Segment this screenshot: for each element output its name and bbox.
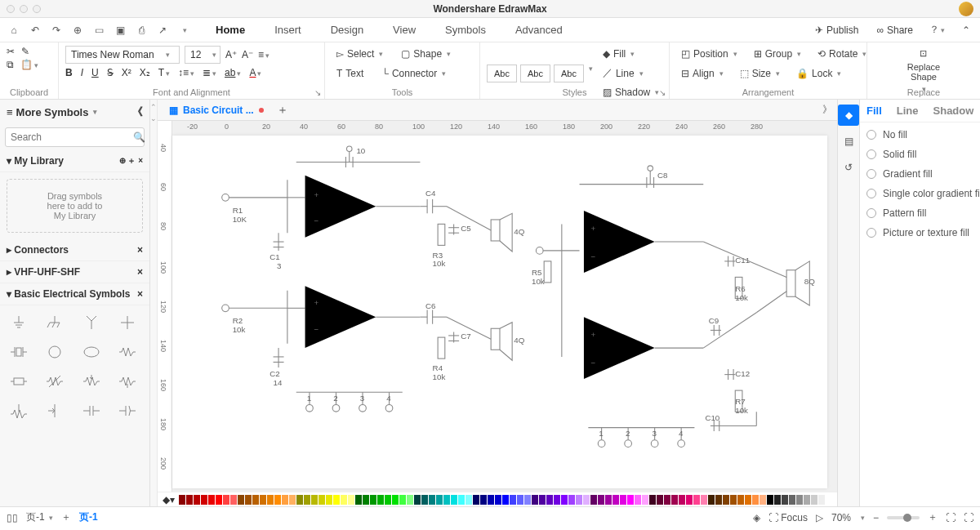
color-swatch[interactable]: [186, 495, 193, 505]
color-swatch[interactable]: [568, 495, 575, 505]
color-swatch[interactable]: [605, 495, 612, 505]
print-icon[interactable]: ⎙: [131, 20, 152, 41]
color-swatch[interactable]: [510, 495, 516, 505]
color-swatch[interactable]: [260, 495, 266, 505]
help-icon[interactable]: ？▾: [926, 20, 947, 41]
shape-tool[interactable]: ▢ Shape▾: [396, 46, 456, 62]
tab-symbols[interactable]: Symbols: [430, 18, 501, 42]
color-swatch[interactable]: [458, 495, 465, 505]
color-swatch[interactable]: [436, 495, 443, 505]
open-icon[interactable]: ▭: [88, 20, 109, 41]
color-swatch[interactable]: [701, 495, 707, 505]
symbol-capacitor[interactable]: [78, 399, 105, 423]
color-swatch[interactable]: [488, 495, 494, 505]
paste-icon[interactable]: 📋▾: [20, 59, 38, 70]
tab-overflow-icon[interactable]: 》: [822, 103, 832, 117]
focus-button[interactable]: ⛶ Focus: [768, 512, 808, 523]
redo-icon[interactable]: ↷: [46, 20, 67, 41]
color-swatch[interactable]: [671, 495, 678, 505]
fill-option-gradient[interactable]: Gradient fill: [866, 168, 980, 180]
symbol-ellipse[interactable]: [78, 340, 105, 364]
page-tool-icon[interactable]: ▤: [838, 131, 859, 152]
symbol-crystal[interactable]: [5, 340, 33, 364]
drawing-canvas[interactable]: 10 R110K +− C13 R210k +−: [172, 136, 827, 488]
select-tool[interactable]: ▻ Select▾: [332, 46, 388, 62]
color-swatch[interactable]: [693, 495, 700, 505]
font-family-select[interactable]: Times New Roman▾: [65, 46, 180, 64]
group-button[interactable]: ⊞ Group▾: [749, 46, 806, 62]
style-gallery-more[interactable]: ▾: [589, 65, 593, 82]
color-swatch[interactable]: [708, 495, 715, 505]
color-swatch[interactable]: [267, 495, 274, 505]
symbol-node[interactable]: [114, 310, 141, 335]
basic-electrical-section[interactable]: ▾ Basic Electrical Symbols×: [0, 283, 149, 305]
fill-option-none[interactable]: No fill: [866, 129, 980, 140]
color-swatch[interactable]: [524, 495, 531, 505]
italic-icon[interactable]: I: [81, 67, 83, 78]
color-swatch[interactable]: [554, 495, 560, 505]
font-size-select[interactable]: 12▾: [185, 46, 220, 64]
color-swatch[interactable]: [612, 495, 619, 505]
color-swatch[interactable]: [811, 495, 817, 505]
color-swatch[interactable]: [715, 495, 722, 505]
my-library-section[interactable]: ▾ My Library ⊕ ＋ ×: [0, 150, 149, 172]
fill-option-solid[interactable]: Solid fill: [866, 149, 980, 160]
color-swatch[interactable]: [723, 495, 729, 505]
color-swatch[interactable]: [282, 495, 288, 505]
color-swatch[interactable]: [179, 495, 185, 505]
style-preset-3[interactable]: Abc: [554, 65, 584, 82]
color-swatch[interactable]: [304, 495, 310, 505]
color-swatch[interactable]: [348, 495, 354, 505]
home-icon[interactable]: ⌂: [3, 20, 24, 41]
color-swatch[interactable]: [230, 495, 237, 505]
color-swatch[interactable]: [679, 495, 685, 505]
cut-icon[interactable]: ✂: [7, 46, 15, 57]
new-doc-tab[interactable]: ＋: [277, 103, 288, 118]
library-dropzone[interactable]: Drag symbols here to add to My Library: [7, 179, 143, 233]
color-swatch[interactable]: [789, 495, 795, 505]
fill-button[interactable]: ◆ Fill▾: [598, 46, 664, 62]
play-icon[interactable]: ▷: [816, 512, 823, 523]
highlight-icon[interactable]: ab▾: [225, 67, 241, 78]
window-controls[interactable]: [7, 5, 41, 13]
color-swatch[interactable]: [635, 495, 641, 505]
color-swatch[interactable]: [421, 495, 428, 505]
color-swatch[interactable]: [737, 495, 744, 505]
symbol-ground[interactable]: [5, 310, 33, 335]
color-swatch[interactable]: [414, 495, 421, 505]
add-page-icon[interactable]: ＋: [61, 510, 71, 524]
list-icon[interactable]: ≣▾: [203, 67, 216, 78]
color-swatch[interactable]: [760, 495, 766, 505]
text-tool[interactable]: T Text: [332, 65, 368, 82]
layers-icon[interactable]: ◈: [753, 512, 760, 523]
symbol-tap[interactable]: [41, 399, 69, 423]
position-button[interactable]: ◰ Position▾: [676, 46, 742, 62]
search-input[interactable]: [11, 131, 133, 143]
connector-tool[interactable]: └ Connector▾: [376, 65, 451, 82]
symbol-preset[interactable]: [5, 399, 33, 423]
color-swatch[interactable]: [774, 495, 781, 505]
collapse-ribbon-icon[interactable]: ⌃: [956, 20, 977, 41]
tab-home[interactable]: Home: [201, 18, 260, 42]
current-page-tab[interactable]: 页-1: [79, 510, 98, 524]
lock-button[interactable]: 🔒 Lock▾: [791, 65, 846, 82]
color-swatch[interactable]: [796, 495, 803, 505]
scroll-down-icon[interactable]: ⌄: [150, 114, 157, 122]
more-icon[interactable]: ▾: [173, 20, 194, 41]
undo-icon[interactable]: ↶: [24, 20, 46, 41]
line-button[interactable]: ／ Line▾: [598, 64, 664, 82]
color-swatch[interactable]: [318, 495, 325, 505]
fill-option-pattern[interactable]: Pattern fill: [866, 207, 980, 219]
color-swatch[interactable]: [245, 495, 252, 505]
color-swatch[interactable]: [730, 495, 737, 505]
format-painter-icon[interactable]: ✎: [21, 46, 29, 57]
color-swatch[interactable]: [333, 495, 340, 505]
publish-button[interactable]: ✈ Publish: [810, 22, 863, 38]
color-swatch[interactable]: [194, 495, 200, 505]
search-icon[interactable]: 🔍: [133, 131, 145, 143]
color-swatch[interactable]: [495, 495, 501, 505]
strike-icon[interactable]: S̶: [107, 67, 114, 78]
color-swatch[interactable]: [289, 495, 296, 505]
color-swatch[interactable]: [649, 495, 656, 505]
export-icon[interactable]: ↗: [152, 20, 173, 41]
